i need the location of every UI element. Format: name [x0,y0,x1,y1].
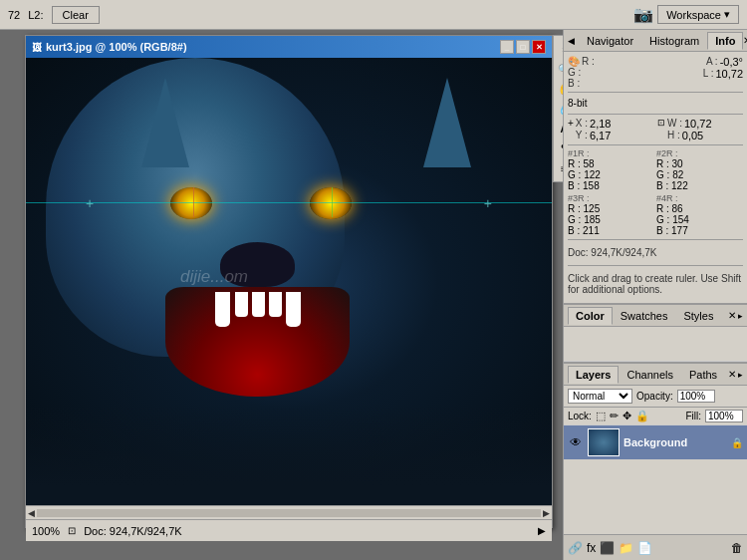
r-channel-icon: 🎨 [568,56,580,67]
layer-indicator: L2: [28,9,43,21]
bit-depth-value: 8-bit [568,98,587,109]
sample4-label: #4R : [656,193,743,203]
sample2-b: B : 122 [656,180,743,191]
sample2-cell: #2R : R : 30 G : 82 B : 122 [656,148,743,191]
layer-background[interactable]: 👁 Background 🔒 [564,425,747,459]
bit-depth-row: 8-bit [568,96,743,111]
color-panel-tabs: Color Swatches Styles ✕ ▸ [564,305,747,327]
main-area: 🖼 kurt3.jpg @ 100% (RGB/8#) _ □ ✕ [0,30,747,560]
image-statusbar: 100% ⊡ Doc: 924,7K/924,7K ▶ [26,519,552,541]
layers-panel-section: Layers Channels Paths ✕ ▸ Normal Opacity… [564,364,747,560]
close-button[interactable]: ✕ [532,40,546,54]
sample4-b: B : 177 [656,225,743,236]
sample3-label: #3R : [568,193,654,203]
wolf-image: + + dijie...om [26,58,552,505]
info-doc-status: Doc: 924,7K/924,7K [568,243,743,262]
new-group-icon[interactable]: 📁 [619,541,633,555]
scroll-right[interactable]: ▶ [538,525,546,536]
ruler-guide-h [26,202,552,203]
new-layer-icon[interactable]: 📄 [637,541,652,555]
tab-channels[interactable]: Channels [619,366,680,384]
blend-mode-select[interactable]: Normal [568,389,632,404]
add-mask-icon[interactable]: ⬛ [600,541,615,555]
ruler-guide-v [193,187,194,217]
tooth-2 [235,292,248,317]
color-panel-menu[interactable]: ▸ [738,311,743,321]
image-window: 🖼 kurt3.jpg @ 100% (RGB/8#) _ □ ✕ [25,35,553,528]
delete-layer-icon[interactable]: 🗑 [731,541,743,555]
lock-position-icon[interactable]: ✥ [622,410,631,422]
fill-input[interactable] [705,410,743,422]
info-panel-tabs: ◀ Navigator Histogram Info ✕ ▸ [564,30,747,52]
panel-close-icon[interactable]: ✕ [743,35,747,46]
image-title: kurt3.jpg @ 100% (RGB/8#) [46,41,187,53]
expand-icon[interactable]: ◀ [568,36,575,46]
scroll-right-arrow[interactable]: ▶ [543,508,550,518]
sample3-b: B : 211 [568,225,654,236]
restore-button[interactable]: □ [516,40,530,54]
color-panel-close[interactable]: ✕ [728,310,736,321]
size-icon: ⊡ [657,118,665,130]
info-rgb-row: 🎨 R : G : B : [568,56,743,89]
w-value: 10,72 [684,118,712,130]
coord-icon: + [568,118,574,130]
sample3-g: G : 185 [568,214,654,225]
tab-layers[interactable]: Layers [568,366,619,384]
blend-mode-row: Normal Opacity: [564,386,747,408]
fill-label: Fill: [685,411,701,421]
tab-info[interactable]: Info [707,32,743,50]
lock-pixels-icon[interactable]: ✏ [610,410,619,422]
clear-button[interactable]: Clear [52,6,100,24]
info-r-col: 🎨 R : G : B : [568,56,653,89]
wolf-ear-right [407,78,487,167]
sample4-cell: #4R : R : 86 G : 154 B : 177 [656,193,743,236]
layers-panel-menu[interactable]: ▸ [738,370,743,380]
watermark: dijie...om [180,267,248,287]
sample1-b: B : 158 [568,180,654,191]
layer-effects-icon[interactable]: fx [587,541,596,555]
scroll-left-arrow[interactable]: ◀ [28,508,35,518]
zoom-display: 100% [32,525,60,537]
opacity-label: Opacity: [636,391,673,402]
minimize-button[interactable]: _ [500,40,514,54]
info-divider-1 [568,92,743,93]
tab-styles[interactable]: Styles [675,307,721,325]
chevron-down-icon: ▾ [724,8,730,21]
sample4-r: R : 86 [656,203,743,214]
info-panel-section: ◀ Navigator Histogram Info ✕ ▸ 🎨 R : [564,30,747,305]
h-scroll-track[interactable] [37,509,541,517]
tab-histogram[interactable]: Histogram [641,32,707,50]
a-value: -0,3° [720,56,743,68]
l-value: 10,72 [715,68,743,80]
lock-all-icon[interactable]: 🔒 [635,410,649,422]
tooth-5 [286,292,301,327]
info-coords-row: + X : 2,18 + Y : 6,17 ⊡ W : [568,118,743,141]
window-icon: 🖼 [32,42,42,53]
g-label: G : [568,67,581,78]
tab-paths[interactable]: Paths [681,366,725,384]
link-layers-icon[interactable]: 🔗 [568,541,583,555]
info-hint: Click and drag to create ruler. Use Shif… [568,269,743,299]
doc-size: Doc: 924,7K/924,7K [84,525,181,537]
lock-transparent-icon[interactable]: ⬚ [596,410,606,422]
tooth-3 [252,292,265,317]
fit-icon[interactable]: ⊡ [68,525,76,536]
image-titlebar: 🖼 kurt3.jpg @ 100% (RGB/8#) _ □ ✕ [26,36,552,58]
sample2-r: R : 30 [656,158,743,169]
opacity-input[interactable] [677,390,715,403]
tab-navigator[interactable]: Navigator [579,32,641,50]
layer-visibility-icon[interactable]: 👁 [568,434,584,450]
info-xy-col: + X : 2,18 + Y : 6,17 [568,118,653,141]
sample1-r: R : 58 [568,158,654,169]
layers-panel-close[interactable]: ✕ [728,369,736,380]
workspace-button[interactable]: Workspace ▾ [657,5,739,24]
h-scrollbar[interactable]: ◀ ▶ [26,505,552,519]
info-angle-col: A : -0,3° L : 10,72 [657,56,743,89]
h-label: H : [667,130,680,141]
tab-color[interactable]: Color [568,307,613,325]
tab-swatches[interactable]: Swatches [613,307,676,325]
sample3-cell: #3R : R : 125 G : 185 B : 211 [568,193,654,236]
wolf-eye-left [170,187,212,219]
b-label: B : [568,78,580,89]
layers-toolbar: 🔗 fx ⬛ 📁 📄 🗑 [564,534,747,560]
